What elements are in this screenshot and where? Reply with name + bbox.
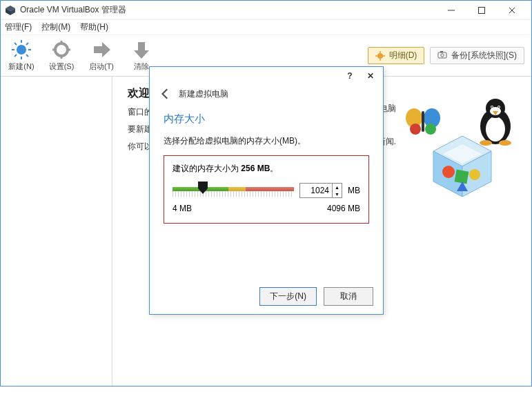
svg-marker-54 [198, 182, 208, 194]
details-button[interactable]: 明细(D) [368, 47, 425, 64]
snapshots-button[interactable]: 备份[系统快照](S) [430, 47, 524, 64]
dialog-header: 新建虚拟电脑 [150, 85, 383, 107]
menu-control[interactable]: 控制(M) [41, 21, 70, 33]
svg-line-13 [26, 55, 28, 57]
svg-rect-34 [422, 111, 424, 132]
menubar: 管理(F) 控制(M) 帮助(H) [1, 20, 531, 35]
range-max: 4096 MB [327, 204, 360, 213]
recommend-prefix: 建议的内存大小为 [173, 164, 241, 173]
range-labels: 4 MB 4096 MB [173, 204, 360, 213]
toolbar-settings-label: 设置(S) [49, 61, 75, 72]
spin-up[interactable]: ▲ [333, 184, 342, 190]
recommend-suffix: 。 [270, 164, 278, 173]
gear-icon [51, 39, 72, 60]
svg-rect-27 [438, 52, 446, 58]
toolbar-start-label: 启动(T) [89, 61, 114, 72]
memory-unit: MB [348, 186, 360, 195]
memory-spinbox[interactable]: ▲ ▼ [299, 183, 342, 198]
camera-icon [437, 50, 447, 61]
new-vm-dialog: ? ✕ 新建虚拟电脑 内存大小 选择分配给虚拟电脑的内存大小(MB)。 建议的内… [149, 66, 384, 315]
close-button[interactable] [497, 1, 527, 20]
svg-point-50 [442, 166, 455, 178]
window-controls [436, 1, 527, 20]
toolbar-clear-label: 清除 [134, 61, 149, 72]
minimize-button[interactable] [436, 1, 466, 20]
toolbar-start[interactable]: 启动(T) [85, 38, 118, 73]
virtualbox-logo-icon [428, 132, 497, 203]
svg-line-12 [14, 43, 17, 45]
maximize-button[interactable] [466, 1, 497, 20]
memory-box: 建议的内存大小为 256 MB。 [164, 155, 369, 224]
menu-file[interactable]: 管理(F) [5, 21, 32, 33]
svg-line-14 [26, 43, 28, 45]
svg-rect-51 [455, 170, 469, 184]
toolbar-new[interactable]: 新建(N) [5, 38, 38, 73]
dialog-help-button[interactable]: ? [344, 70, 355, 81]
star-icon [375, 51, 385, 61]
dialog-close-button[interactable]: ✕ [365, 70, 376, 81]
section-title: 内存大小 [164, 113, 369, 126]
svg-point-17 [59, 48, 63, 52]
spin-down[interactable]: ▼ [333, 190, 342, 197]
svg-point-7 [17, 45, 26, 55]
svg-point-52 [469, 169, 480, 180]
svg-point-22 [377, 53, 383, 59]
toolbar-settings[interactable]: 设置(S) [45, 38, 78, 73]
slider-thumb[interactable] [198, 182, 208, 194]
svg-point-32 [410, 124, 421, 135]
menu-help[interactable]: 帮助(H) [80, 21, 108, 33]
svg-point-28 [441, 54, 444, 57]
snapshots-label: 备份[系统快照](S) [451, 50, 517, 61]
logo-group [402, 96, 519, 220]
toolbar-new-label: 新建(N) [8, 61, 34, 72]
sun-icon [11, 39, 32, 60]
dialog-title: 新建虚拟电脑 [179, 88, 228, 100]
back-button[interactable] [159, 88, 172, 100]
window-title: Oracle VM VirtualBox 管理器 [20, 4, 126, 16]
app-icon [5, 5, 16, 16]
cancel-button[interactable]: 取消 [324, 287, 373, 306]
dialog-body: 内存大小 选择分配给虚拟电脑的内存大小(MB)。 建议的内存大小为 256 MB… [150, 107, 383, 226]
dialog-footer: 下一步(N) 取消 [259, 287, 373, 306]
memory-slider-row: ▲ ▼ MB [173, 182, 360, 199]
memory-input[interactable] [300, 184, 332, 197]
spin-arrows[interactable]: ▲ ▼ [332, 184, 342, 197]
svg-point-41 [491, 106, 493, 108]
svg-point-42 [498, 106, 500, 108]
vm-list-sidebar[interactable] [1, 77, 112, 386]
svg-point-45 [499, 140, 511, 146]
arrow-right-icon [91, 39, 112, 60]
details-label: 明细(D) [389, 50, 417, 61]
next-button[interactable]: 下一步(N) [259, 287, 317, 306]
range-min: 4 MB [173, 204, 192, 213]
recommend-text: 建议的内存大小为 256 MB。 [173, 163, 360, 175]
dialog-titlebar: ? ✕ [150, 67, 383, 85]
svg-rect-29 [440, 51, 443, 52]
recommend-value: 256 MB [241, 164, 270, 173]
svg-line-15 [14, 55, 17, 57]
dialog-description: 选择分配给虚拟电脑的内存大小(MB)。 [164, 135, 369, 147]
titlebar: Oracle VM VirtualBox 管理器 [1, 1, 531, 20]
arrow-down-icon [131, 39, 152, 60]
memory-slider[interactable] [173, 182, 294, 199]
svg-rect-4 [479, 7, 485, 13]
